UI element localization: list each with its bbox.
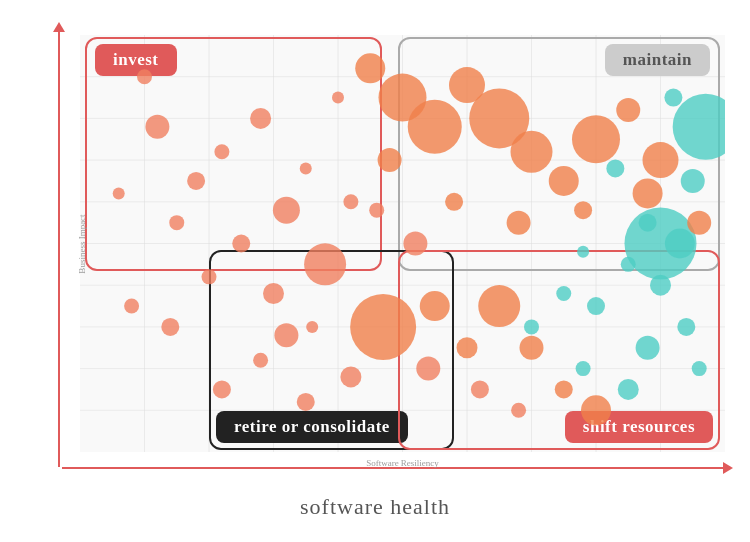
invest-quadrant-box: invest — [85, 37, 382, 271]
invest-label: invest — [95, 44, 177, 76]
shift-quadrant-box: shift resources — [398, 250, 721, 450]
y-axis-arrow — [58, 30, 60, 467]
plot-area: invest maintain retire or consolidate sh… — [80, 35, 725, 452]
maintain-label: maintain — [605, 44, 710, 76]
x-axis-label: software health — [300, 494, 450, 520]
chart-container: business impact software health — [0, 0, 750, 542]
shift-label: shift resources — [565, 411, 713, 443]
maintain-quadrant-box: maintain — [398, 37, 721, 271]
y-axis-small-label: Business Impact — [77, 214, 87, 273]
retire-label: retire or consolidate — [216, 411, 408, 443]
x-axis-small-label: Software Resiliency — [366, 458, 439, 468]
